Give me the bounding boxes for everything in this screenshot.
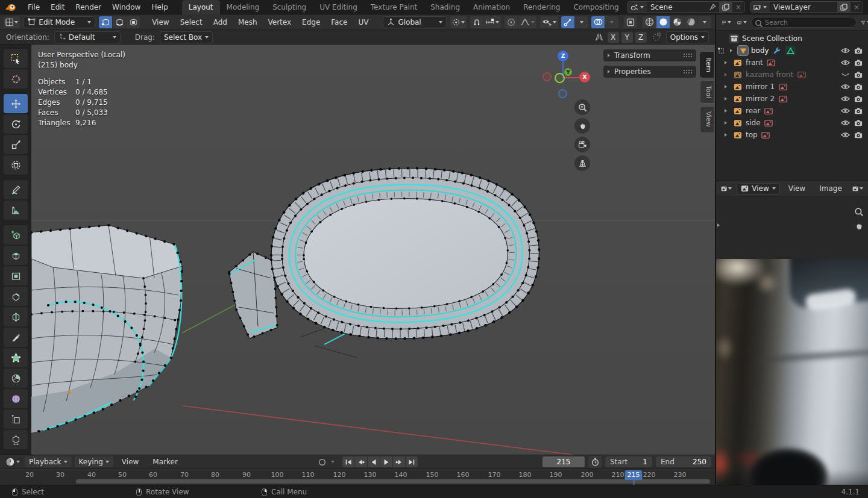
proportional-falloff-button[interactable]: [518, 16, 536, 28]
tab-tool[interactable]: Tool: [700, 80, 714, 104]
image-menu-image[interactable]: Image: [814, 183, 848, 194]
panel-grip-icon[interactable]: [683, 53, 692, 58]
hide-viewport-icon[interactable]: [841, 59, 850, 66]
scene-collection-row[interactable]: Scene Collection: [716, 33, 868, 45]
image-data-icon[interactable]: [796, 70, 807, 79]
timeline-playhead[interactable]: 215: [625, 470, 643, 480]
auto-keying-button[interactable]: [316, 456, 329, 468]
menu-edge[interactable]: Edge: [297, 17, 325, 28]
expand-icon[interactable]: [725, 97, 727, 101]
transform-orientation-dropdown[interactable]: Global: [383, 16, 446, 28]
drag-select[interactable]: Select Box: [160, 31, 213, 43]
outliner-row-kazama-front[interactable]: kazama front: [716, 69, 868, 81]
image-data-icon[interactable]: [761, 130, 771, 140]
expand-icon[interactable]: [725, 121, 727, 125]
shading-settings-button[interactable]: [698, 16, 711, 28]
image-data-icon[interactable]: [763, 106, 773, 116]
tab-shading[interactable]: Shading: [424, 0, 467, 14]
tool-measure-button[interactable]: [4, 201, 28, 220]
gizmo-y-axis[interactable]: Y: [564, 68, 572, 76]
tool-move-button[interactable]: [4, 94, 28, 113]
tool-extrude-button[interactable]: [4, 246, 28, 265]
filter-id-type-button[interactable]: [735, 16, 749, 28]
vertex-select-button[interactable]: [99, 16, 112, 28]
expand-icon[interactable]: [725, 85, 727, 89]
keying-dropdown[interactable]: Keying: [75, 456, 113, 467]
camera-view-button[interactable]: [574, 137, 590, 152]
region-toggle-arrow[interactable]: [717, 220, 720, 229]
pivot-point-button[interactable]: [450, 16, 467, 28]
mode-dropdown[interactable]: Edit Mode: [24, 16, 95, 28]
mirror-y-button[interactable]: Y: [621, 32, 633, 43]
options-dropdown[interactable]: Options: [666, 31, 709, 43]
editor-type-button[interactable]: [4, 16, 20, 28]
tool-edge-slide-button[interactable]: [4, 430, 28, 449]
timeline-ruler[interactable]: 20 30 40 50 60 70 80 90 100 110 120 130 …: [0, 469, 715, 485]
tool-annotate-button[interactable]: [4, 180, 28, 199]
use-preview-range-button[interactable]: [588, 456, 602, 468]
disable-render-icon[interactable]: [854, 59, 863, 67]
viewlayer-browse-button[interactable]: [750, 2, 770, 12]
proportional-editing-button[interactable]: [505, 16, 518, 28]
tool-spin-button[interactable]: [4, 369, 28, 388]
gizmo-z-axis[interactable]: Z: [558, 51, 568, 61]
viewport-3d[interactable]: User Perspective (Local) (215) body Obje…: [31, 45, 715, 455]
expand-icon[interactable]: [725, 133, 727, 137]
disable-render-icon[interactable]: [854, 95, 863, 103]
remove-viewlayer-button[interactable]: ×: [851, 3, 863, 11]
gizmo-minus-y-axis[interactable]: [555, 73, 565, 83]
expand-icon[interactable]: [725, 73, 727, 76]
mirror-x-button[interactable]: X: [608, 32, 619, 43]
shading-solid-button[interactable]: [656, 16, 670, 28]
image-menu-view[interactable]: View: [783, 183, 811, 194]
image-editor-body[interactable]: [716, 196, 868, 485]
current-frame-field[interactable]: 215: [542, 456, 585, 467]
shading-wireframe-button[interactable]: [643, 16, 656, 28]
playback-dropdown[interactable]: Playback: [25, 456, 72, 467]
transform-panel-header[interactable]: Transform: [603, 49, 696, 61]
tab-item[interactable]: Item: [700, 52, 714, 78]
edge-select-button[interactable]: [113, 16, 126, 28]
tool-tweak-button[interactable]: [4, 49, 28, 68]
hide-viewport-icon[interactable]: [841, 131, 850, 139]
image-editor-type-button[interactable]: [719, 182, 734, 195]
disable-render-icon[interactable]: [854, 47, 863, 55]
outliner-row-top[interactable]: top: [716, 129, 868, 141]
outliner-row-mirror-1[interactable]: mirror 1: [716, 81, 868, 93]
menu-window[interactable]: Window: [107, 2, 146, 13]
next-keyframe-button[interactable]: [393, 456, 405, 467]
menu-vertex[interactable]: Vertex: [263, 17, 297, 28]
image-data-icon[interactable]: [766, 58, 776, 67]
image-data-icon[interactable]: [764, 118, 774, 128]
outliner-row-rear[interactable]: rear: [716, 105, 868, 117]
tool-poly-build-button[interactable]: [4, 348, 28, 367]
shading-material-button[interactable]: [670, 16, 684, 28]
tab-sculpting[interactable]: Sculpting: [266, 0, 313, 14]
pan-button[interactable]: [574, 118, 590, 134]
zoom-icon[interactable]: [854, 207, 864, 217]
menu-file[interactable]: File: [22, 2, 45, 13]
expand-icon[interactable]: [725, 109, 727, 113]
hand-icon[interactable]: [854, 222, 864, 231]
timeline-scrollbar[interactable]: [76, 479, 710, 484]
tool-cursor-button[interactable]: [4, 69, 28, 89]
timeline-menu-view[interactable]: View: [116, 456, 144, 467]
pin-scene-icon[interactable]: [706, 2, 719, 12]
outliner-row-body[interactable]: body: [716, 45, 868, 57]
outliner-search-input[interactable]: [751, 17, 857, 28]
mesh-data-icon[interactable]: [785, 46, 796, 55]
tab-layout[interactable]: Layout: [182, 0, 220, 14]
menu-select[interactable]: Select: [175, 17, 207, 28]
gizmo-minus-z-axis[interactable]: [558, 89, 567, 98]
disable-render-icon[interactable]: [854, 119, 863, 127]
menu-render[interactable]: Render: [70, 2, 107, 13]
tab-texture-paint[interactable]: Texture Paint: [364, 0, 424, 14]
play-reverse-button[interactable]: [368, 456, 380, 467]
hide-viewport-icon[interactable]: [841, 107, 850, 114]
tool-scale-button[interactable]: [4, 135, 28, 154]
menu-edit[interactable]: Edit: [45, 2, 70, 13]
overlays-settings-button[interactable]: [605, 16, 618, 28]
menu-help[interactable]: Help: [146, 2, 173, 13]
menu-view[interactable]: View: [147, 17, 174, 28]
xray-toggle-button[interactable]: [624, 16, 637, 28]
